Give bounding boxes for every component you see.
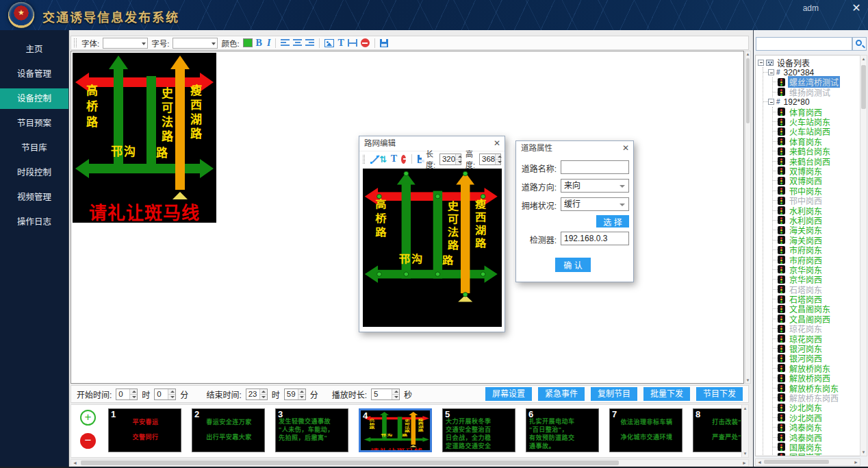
collapse-icon[interactable] bbox=[768, 99, 774, 105]
save-icon[interactable] bbox=[380, 39, 388, 47]
scroll-left-icon[interactable]: ◄ bbox=[757, 459, 762, 465]
scroll-right-icon[interactable]: ► bbox=[854, 459, 858, 465]
road-name-input[interactable] bbox=[561, 160, 629, 174]
scroll-up-icon[interactable]: ▲ bbox=[742, 406, 748, 410]
save-icon[interactable] bbox=[418, 155, 422, 163]
scrollbar-thumb[interactable] bbox=[746, 58, 750, 123]
program-thumbnail-1[interactable]: 1平安春运交警同行 bbox=[108, 408, 181, 452]
sidebar-item-2[interactable]: 设备控制 bbox=[0, 88, 68, 109]
collapse-icon[interactable] bbox=[758, 60, 764, 66]
spin-up-icon[interactable] bbox=[496, 154, 500, 160]
action-button-1[interactable]: 紧急事件 bbox=[538, 387, 585, 401]
spinner-arrows[interactable] bbox=[168, 389, 175, 399]
scroll-down-icon[interactable]: ▼ bbox=[742, 452, 748, 456]
scroll-down-icon[interactable]: ▼ bbox=[745, 378, 750, 382]
spin-down-icon[interactable] bbox=[496, 160, 500, 164]
sidebar-item-5[interactable]: 时段控制 bbox=[0, 162, 68, 183]
spin-up-icon[interactable] bbox=[456, 154, 461, 160]
sidebar-item-7[interactable]: 操作日志 bbox=[0, 212, 68, 232]
scrollbar-thumb[interactable] bbox=[861, 65, 866, 109]
scroll-up-icon[interactable]: ▲ bbox=[860, 57, 867, 61]
font-size-select[interactable] bbox=[173, 38, 218, 49]
thumbnails-vertical-scrollbar[interactable]: ▲ ▼ bbox=[741, 405, 748, 457]
insert-image-icon[interactable] bbox=[324, 39, 334, 47]
spinner-arrows[interactable] bbox=[495, 154, 500, 164]
align-right-icon[interactable] bbox=[305, 39, 314, 47]
align-left-icon[interactable] bbox=[281, 39, 290, 47]
spinner-arrows[interactable] bbox=[298, 389, 305, 399]
spin-up-icon[interactable] bbox=[392, 389, 399, 395]
spin-down-icon[interactable] bbox=[130, 395, 137, 399]
draw-line-icon[interactable] bbox=[370, 155, 375, 164]
action-button-0[interactable]: 屏幕设置 bbox=[485, 387, 532, 401]
user-menu[interactable]: adm bbox=[803, 3, 819, 13]
tree-root[interactable]: 设备列表 bbox=[758, 58, 860, 67]
road-network-canvas[interactable]: 高桥路史可法路瘦西湖路邗沟路 bbox=[363, 169, 502, 327]
toolbar-grip[interactable] bbox=[363, 155, 365, 164]
sidebar-item-4[interactable]: 节目库 bbox=[0, 138, 68, 158]
color-swatch[interactable] bbox=[243, 38, 253, 47]
spinner-arrows[interactable] bbox=[392, 389, 399, 399]
program-thumbnail-5[interactable]: 5大力开展秋冬季交通安全整治百日会战，全力稳定道路交通安全形势！ bbox=[442, 408, 515, 452]
bold-button[interactable]: B bbox=[256, 38, 262, 49]
action-button-2[interactable]: 复制节目 bbox=[591, 387, 637, 401]
program-thumbnail-4[interactable]: 4高桥路史可法路瘦西湖路邗沟路请礼让斑马线 bbox=[359, 408, 432, 452]
start-minute-spinner[interactable]: 0 bbox=[154, 389, 176, 400]
spin-up-icon[interactable] bbox=[298, 389, 305, 395]
device-search-input[interactable] bbox=[756, 37, 852, 51]
close-icon[interactable]: ✕ bbox=[850, 1, 863, 14]
stop-icon[interactable] bbox=[361, 38, 370, 47]
device-item-1-35[interactable]: 国展岗西 bbox=[773, 452, 860, 456]
sidebar-item-3[interactable]: 节目预案 bbox=[0, 113, 68, 134]
detector-input[interactable] bbox=[561, 232, 629, 245]
traffic-sign-preview[interactable]: 高桥路史可法路瘦西湖路邗沟路请礼让斑马线 bbox=[73, 53, 216, 223]
arrow-tool-icon[interactable]: ⇅ bbox=[379, 155, 387, 164]
program-thumbnail-2[interactable]: 2春运安全连万家出行平安靠大家 bbox=[192, 408, 265, 452]
dialog-titlebar[interactable]: 路网编辑 ✕ bbox=[359, 136, 505, 151]
font-select[interactable] bbox=[103, 38, 148, 49]
spin-down-icon[interactable] bbox=[168, 395, 175, 399]
spin-up-icon[interactable] bbox=[260, 389, 267, 395]
spin-down-icon[interactable] bbox=[298, 395, 305, 399]
italic-button[interactable]: I bbox=[267, 38, 270, 49]
spin-up-icon[interactable] bbox=[168, 389, 175, 395]
text-tool-icon[interactable]: T bbox=[337, 38, 344, 49]
spinner-arrows[interactable] bbox=[455, 154, 461, 164]
program-thumbnail-8[interactable]: 8打击改装"炸严查严处"机 bbox=[693, 408, 749, 452]
sidebar-item-6[interactable]: 视频管理 bbox=[0, 187, 68, 208]
close-icon[interactable]: ✕ bbox=[494, 136, 500, 151]
tree-vertical-scrollbar[interactable]: ▲ ▼ bbox=[860, 55, 867, 456]
scrollbar-thumb[interactable] bbox=[764, 460, 829, 464]
collapse-icon[interactable] bbox=[768, 69, 774, 75]
sidebar-item-0[interactable]: 主页 bbox=[0, 39, 68, 60]
scroll-right-icon[interactable]: ► bbox=[742, 460, 747, 467]
dialog-titlebar[interactable]: 道路属性 ✕ bbox=[516, 141, 633, 156]
height-spinner[interactable]: 368 bbox=[479, 153, 501, 165]
action-button-4[interactable]: 节目下发 bbox=[696, 387, 743, 401]
scrollbar-thumb[interactable] bbox=[81, 460, 619, 465]
spin-down-icon[interactable] bbox=[260, 395, 267, 399]
spin-up-icon[interactable] bbox=[130, 389, 137, 395]
remove-program-button[interactable]: − bbox=[80, 433, 96, 449]
toolbar-grip[interactable] bbox=[74, 38, 77, 47]
spinner-arrows[interactable] bbox=[259, 389, 267, 399]
device-item-0-1[interactable]: 维扬岗测试 bbox=[773, 87, 860, 97]
length-spinner[interactable]: 320 bbox=[439, 153, 461, 165]
duration-spinner[interactable]: 5 bbox=[371, 389, 400, 400]
text-tool-icon[interactable]: T bbox=[391, 153, 397, 164]
spin-down-icon[interactable] bbox=[392, 395, 399, 399]
end-minute-spinner[interactable]: 59 bbox=[284, 389, 306, 400]
search-button[interactable] bbox=[852, 37, 867, 51]
action-button-3[interactable]: 批量下发 bbox=[643, 387, 690, 401]
tree-horizontal-scrollbar[interactable]: ◄ ► bbox=[755, 458, 860, 466]
road-network-diagram[interactable]: 高桥路史可法路瘦西湖路邗沟路 bbox=[363, 170, 500, 323]
add-program-button[interactable]: + bbox=[80, 410, 96, 426]
road-width-icon[interactable] bbox=[348, 39, 357, 47]
close-icon[interactable]: ✕ bbox=[622, 141, 629, 156]
sidebar-item-1[interactable]: 设备管理 bbox=[0, 64, 68, 84]
start-hour-spinner[interactable]: 0 bbox=[116, 389, 138, 400]
scroll-down-icon[interactable]: ▼ bbox=[860, 450, 867, 454]
scroll-left-icon[interactable]: ◄ bbox=[73, 460, 77, 467]
thumbnails-horizontal-scrollbar[interactable]: ◄ ► bbox=[71, 459, 749, 467]
canvas-vertical-scrollbar[interactable]: ▲ ▼ bbox=[745, 51, 751, 384]
